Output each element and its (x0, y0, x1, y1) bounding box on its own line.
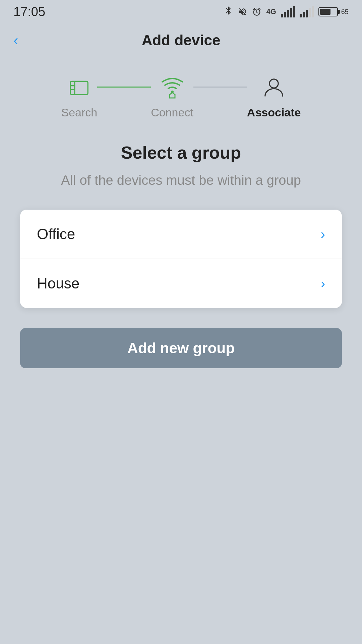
status-bar: 17:05 4G (0, 0, 362, 23)
svg-point-5 (269, 79, 278, 88)
status-time: 17:05 (13, 5, 45, 19)
section-title: Select a group (121, 143, 241, 163)
group-list: Office › House › (20, 210, 342, 308)
network-4g: 4G (266, 7, 276, 16)
add-new-group-button[interactable]: Add new group (20, 328, 342, 368)
add-new-group-label: Add new group (127, 340, 235, 357)
chevron-right-house: › (321, 276, 325, 291)
svg-rect-0 (70, 82, 88, 95)
group-item-office[interactable]: Office › (20, 210, 342, 259)
step-associate-label: Associate (247, 106, 301, 119)
step-connect-label: Connect (151, 106, 193, 119)
group-item-house[interactable]: House › (20, 259, 342, 308)
chevron-right-office: › (321, 227, 325, 242)
stepper: Search Connect Assoc (0, 57, 362, 129)
back-button[interactable]: ‹ (13, 33, 18, 48)
group-name-office: Office (37, 226, 75, 243)
connector-1 (97, 87, 151, 88)
step-connect: Connect (151, 74, 193, 119)
main-content: Select a group All of the devices must b… (0, 129, 362, 368)
section-subtitle: All of the devices must be within a grou… (61, 171, 301, 190)
step-search-icon (66, 74, 93, 101)
signal-bars (281, 6, 295, 17)
battery-indicator: 65 (318, 7, 349, 16)
signal-bars-2 (300, 6, 314, 17)
battery-level: 65 (341, 8, 349, 16)
group-name-house: House (37, 275, 79, 292)
step-associate-icon (260, 74, 287, 101)
alarm-icon (252, 6, 261, 18)
step-connect-icon (159, 74, 186, 101)
step-search-label: Search (61, 106, 97, 119)
mute-icon (238, 6, 247, 18)
connector-2 (193, 87, 247, 88)
page-title: Add device (142, 32, 221, 49)
step-associate: Associate (247, 74, 301, 119)
bluetooth-icon (224, 6, 233, 18)
header: ‹ Add device (0, 23, 362, 57)
status-icons: 4G 65 (224, 6, 349, 18)
step-search: Search (61, 74, 97, 119)
